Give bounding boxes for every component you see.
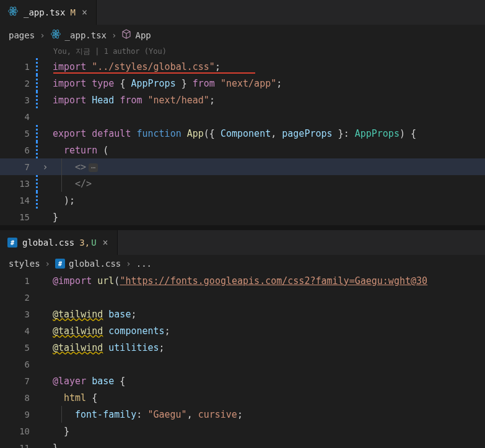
tab-git-status: M <box>70 7 75 17</box>
line-number: 2 <box>0 293 36 303</box>
line-number: 1 <box>0 276 36 286</box>
chevron-right-icon: › <box>126 259 131 269</box>
symbol-icon <box>121 29 131 41</box>
breadcrumb-seg[interactable]: pages <box>9 30 35 40</box>
line-number: 13 <box>0 179 36 189</box>
line-number: 3 <box>0 309 36 319</box>
breadcrumb: styles › # global.css › ... <box>0 255 485 272</box>
css-icon: # <box>7 238 17 248</box>
line-number: 6 <box>0 360 36 369</box>
tab-global-css[interactable]: # global.css 3,U × <box>0 230 118 255</box>
react-icon <box>50 28 61 41</box>
svg-point-0 <box>12 11 14 12</box>
css-icon: # <box>55 259 65 269</box>
folded-code-icon[interactable]: ⋯ <box>89 163 98 172</box>
pane-divider[interactable] <box>0 225 485 230</box>
line-number: 3 <box>0 95 36 105</box>
react-icon <box>7 6 19 19</box>
gitlens-annotation: You, 지금 | 1 author (You) <box>0 45 485 58</box>
close-icon[interactable]: × <box>81 7 89 18</box>
line-number: 6 <box>0 145 36 155</box>
breadcrumb: pages › _app.tsx › App <box>0 25 485 45</box>
tab-filename: _app.tsx <box>24 7 65 17</box>
line-number: 8 <box>0 393 36 403</box>
close-icon[interactable]: × <box>102 237 110 248</box>
line-number: 2 <box>0 79 36 88</box>
breadcrumb-seg[interactable]: App <box>121 29 151 41</box>
line-number: 10 <box>0 426 36 436</box>
tab-bar: _app.tsx M × <box>0 0 485 25</box>
svg-point-4 <box>55 33 56 35</box>
line-number: 5 <box>0 129 36 139</box>
chevron-right-icon: › <box>111 30 116 40</box>
fold-collapsed-icon[interactable]: › <box>40 162 50 173</box>
chevron-right-icon: › <box>45 259 50 269</box>
editor-pane-bottom: # global.css 3,U × styles › # global.css… <box>0 230 485 448</box>
tab-app-tsx[interactable]: _app.tsx M × <box>0 0 97 25</box>
tab-bar: # global.css 3,U × <box>0 230 485 255</box>
editor-pane-top: _app.tsx M × pages › _app.tsx › App You,… <box>0 0 485 225</box>
breadcrumb-seg[interactable]: ... <box>136 259 152 269</box>
breadcrumb-seg[interactable]: # global.css <box>55 259 121 269</box>
line-number: 7 <box>0 376 36 386</box>
line-number: 4 <box>0 326 36 336</box>
code-editor[interactable]: 1import "../styles/global.css"; 2import … <box>0 58 485 225</box>
tab-problem-count: 3, <box>79 238 90 248</box>
line-number: 11 <box>0 443 36 449</box>
line-number: 1 <box>0 62 36 72</box>
tab-filename: global.css <box>22 238 74 248</box>
breadcrumb-seg[interactable]: styles <box>9 259 40 269</box>
tab-git-status: U <box>91 238 96 248</box>
chevron-right-icon: › <box>40 30 45 40</box>
line-number: 4 <box>0 112 36 122</box>
line-number: 7 <box>0 162 36 172</box>
line-number: 14 <box>0 196 36 205</box>
breadcrumb-seg[interactable]: _app.tsx <box>50 28 107 41</box>
code-editor[interactable]: 1@import url("https://fonts.googleapis.c… <box>0 272 485 448</box>
line-number: 5 <box>0 343 36 353</box>
line-number: 15 <box>0 212 36 222</box>
line-number: 9 <box>0 410 36 420</box>
